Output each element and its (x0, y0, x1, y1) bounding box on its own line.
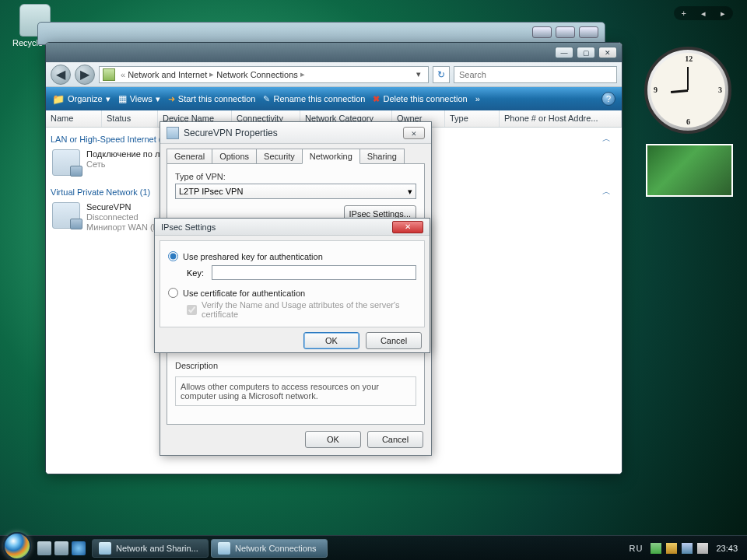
back-button[interactable]: ◀ (51, 65, 71, 85)
lan-icon (52, 149, 80, 176)
maximize-button[interactable]: ▢ (577, 47, 595, 58)
close-button[interactable]: ✕ (392, 221, 423, 233)
start-connection-button[interactable]: Start this connection (168, 94, 256, 104)
vpn-icon (52, 202, 80, 229)
task-buttons: Network and Sharin... Network Connection… (92, 539, 328, 558)
toolbar: Organize▾ Views▾ Start this connection R… (46, 87, 622, 110)
cancel-button[interactable]: Cancel (366, 332, 422, 349)
ipsec-titlebar[interactable]: IPsec Settings ✕ (155, 219, 430, 236)
tab-options[interactable]: Options (212, 149, 257, 163)
cert-radio[interactable] (168, 288, 178, 298)
gadget-arrow-left: ◂ (701, 9, 706, 19)
task-network-sharing[interactable]: Network and Sharin... (92, 539, 209, 558)
close-button[interactable]: ✕ (598, 47, 617, 58)
maximize-button[interactable] (556, 26, 575, 38)
switch-windows-icon[interactable] (54, 541, 68, 555)
tabs: General Options Security Networking Shar… (160, 144, 431, 163)
col-name[interactable]: Name (46, 110, 102, 127)
network-icon (103, 68, 115, 81)
system-tray: RU 23:43 (623, 543, 744, 554)
rename-connection-button[interactable]: Rename this connection (263, 94, 365, 104)
ipsec-body: Use preshared key for authentication Key… (160, 240, 425, 327)
cancel-button[interactable]: Cancel (367, 431, 423, 448)
more-button[interactable] (475, 94, 480, 103)
ok-button[interactable]: OK (303, 332, 359, 349)
description-label: Description (175, 361, 416, 370)
volume-icon[interactable] (697, 543, 708, 554)
quick-launch (37, 541, 86, 555)
cert-radio-row[interactable]: Use certificate for authentication (168, 288, 416, 298)
description-text: Allows other computers to access resourc… (175, 376, 416, 406)
organize-menu[interactable]: Organize▾ (52, 93, 110, 105)
clock-face: 12 3 6 9 (651, 53, 725, 128)
breadcrumb[interactable]: « Network and Internet ▸ Network Connect… (99, 66, 429, 83)
delete-icon (373, 94, 380, 104)
ie-icon[interactable] (72, 541, 86, 555)
minimize-button[interactable]: — (555, 47, 573, 58)
nav-row: ◀ ▶ « Network and Internet ▸ Network Con… (46, 62, 622, 87)
key-row: Key: (187, 265, 416, 280)
col-phone[interactable]: Phone # or Host Addre... (500, 110, 622, 127)
picture-gadget[interactable] (646, 144, 733, 197)
tray-icon[interactable] (666, 543, 677, 554)
tray-icon[interactable] (651, 543, 661, 554)
window-icon (218, 542, 230, 555)
verify-cert-row: Verify the Name and Usage attributes of … (187, 300, 416, 319)
window-icon (99, 542, 111, 555)
vpn-icon (167, 127, 179, 139)
titlebar[interactable]: — ▢ ✕ (46, 43, 622, 62)
vpn-type-label: Type of VPN: (175, 172, 416, 181)
forward-button[interactable]: ▶ (75, 65, 95, 85)
key-input[interactable] (212, 265, 416, 280)
dialog-buttons: OK Cancel (155, 332, 430, 357)
close-button[interactable]: ⨉ (403, 127, 425, 139)
views-menu[interactable]: Views▾ (118, 93, 160, 104)
tab-security[interactable]: Security (256, 149, 303, 163)
arrow-icon (168, 94, 175, 104)
chevron-right-icon: ▸ (298, 69, 307, 79)
tab-networking[interactable]: Networking (302, 149, 360, 164)
properties-titlebar[interactable]: SecureVPN Properties ⨉ (160, 122, 431, 144)
task-network-connections[interactable]: Network Connections (211, 539, 328, 558)
dialog-buttons: OK Cancel (160, 431, 431, 456)
rename-icon (263, 94, 270, 104)
help-button[interactable]: ? (601, 92, 615, 106)
views-icon (118, 93, 127, 104)
taskbar: Network and Sharin... Network Connection… (0, 535, 747, 560)
col-type[interactable]: Type (445, 110, 500, 127)
chevron-right-icon: ▸ (207, 69, 216, 79)
language-indicator[interactable]: RU (630, 544, 644, 553)
ok-button[interactable]: OK (305, 431, 361, 448)
verify-cert-checkbox (187, 305, 197, 315)
col-status[interactable]: Status (102, 110, 158, 127)
tab-general[interactable]: General (167, 149, 212, 163)
chevron-up-icon[interactable]: ︿ (602, 186, 617, 198)
network-tray-icon[interactable] (682, 543, 693, 554)
psk-radio-row[interactable]: Use preshared key for authentication (168, 251, 416, 261)
more-icon (475, 94, 480, 103)
dialog-title: IPsec Settings (161, 222, 216, 232)
chevron-down-icon[interactable]: ▾ (412, 69, 425, 79)
start-button[interactable] (3, 532, 31, 560)
close-button[interactable] (579, 26, 598, 38)
chevron-up-icon[interactable]: ︿ (602, 133, 617, 145)
chevron-down-icon: ▾ (408, 187, 412, 197)
vpn-type-select[interactable]: L2TP IPsec VPN ▾ (175, 184, 416, 199)
gadget-add-button[interactable]: + ◂ ▸ (674, 6, 733, 20)
refresh-button[interactable]: ↻ (433, 66, 450, 83)
tab-sharing[interactable]: Sharing (359, 149, 405, 163)
search-input[interactable] (454, 66, 617, 83)
show-desktop-icon[interactable] (37, 541, 51, 555)
chevron-down-icon: ▾ (106, 94, 110, 104)
plus-icon: + (682, 9, 686, 18)
key-label: Key: (187, 268, 204, 278)
tray-clock[interactable]: 23:43 (716, 544, 738, 553)
ipsec-settings-dialog: IPsec Settings ✕ Use preshared key for a… (154, 218, 430, 353)
breadcrumb-seg2[interactable]: Network Connections (216, 70, 298, 79)
minimize-button[interactable] (532, 26, 552, 38)
breadcrumb-seg1[interactable]: Network and Internet (128, 70, 207, 79)
clock-gadget[interactable]: 12 3 6 9 (644, 47, 731, 134)
breadcrumb-start: « (118, 70, 128, 79)
delete-connection-button[interactable]: Delete this connection (373, 94, 467, 104)
psk-radio[interactable] (168, 251, 178, 261)
